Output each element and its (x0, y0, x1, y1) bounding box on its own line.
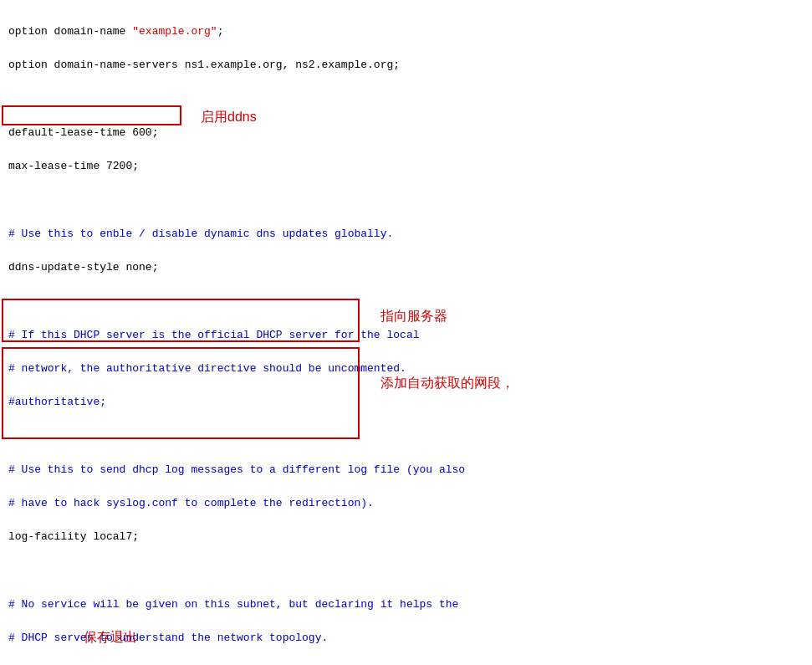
line-comment-subnet1: # No service will be given on this subne… (8, 598, 458, 611)
line-option-dns: option domain-name-servers ns1.example.o… (8, 59, 400, 71)
line-max-lease: max-lease-time 7200; (8, 160, 139, 172)
line-authoritative: #authoritative; (8, 396, 106, 408)
annotation-ddns: 启用ddns (201, 109, 257, 126)
line-comment-log2: # have to hack syslog.conf to complete t… (8, 497, 374, 509)
line-comment-dhcp1: # If this DHCP server is the official DH… (8, 329, 419, 341)
line-ddns: ddns-update-style none; (8, 261, 158, 274)
annotation-server: 指向服务器 (380, 308, 447, 325)
line-default-lease: default-lease-time 600; (8, 126, 158, 139)
line-comment-log1: # Use this to send dhcp log messages to … (8, 463, 465, 476)
annotation-subnet: 添加自动获取的网段， (380, 375, 514, 392)
line-comment-dhcp2: # network, the authoritative directive s… (8, 362, 406, 375)
line-comment-subnet2: # DHCP server to understand the network … (8, 632, 328, 644)
annotation-save: 保存退出 (84, 629, 137, 647)
code-editor: option domain-name "example.org"; option… (0, 0, 812, 665)
line-comment-ddns: # Use this to enble / disable dynamic dn… (8, 228, 393, 240)
line-log-facility: log-facility local7; (8, 530, 139, 543)
line-option-domain: option domain-name "example.org"; (8, 25, 223, 38)
